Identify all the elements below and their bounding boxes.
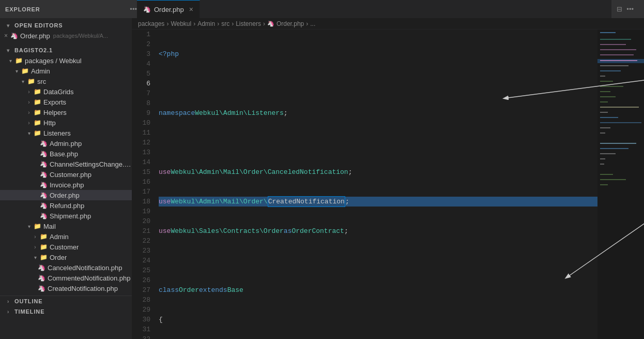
tab-file-icon: 🦄 <box>143 6 151 13</box>
bc-webkul[interactable]: Webkul <box>171 20 191 27</box>
chevron-helpers <box>25 110 33 115</box>
file-shipment-php[interactable]: 🦄 Shipment.php <box>0 211 132 221</box>
file-label-invoice: Invoice.php <box>50 181 84 189</box>
folder-admin[interactable]: 📁 Admin <box>0 66 132 76</box>
file-label-created: CreatedNotification.php <box>48 285 118 292</box>
bc-admin[interactable]: Admin <box>197 20 215 27</box>
active-tab[interactable]: 🦄 Order.php × <box>137 0 200 18</box>
file-refund-php[interactable]: 🦄 Refund.php <box>0 200 132 211</box>
line-num-28: 28 <box>132 295 150 305</box>
code-container[interactable]: 1 2 3 4 5 6 7 8 9 10 11 12 13 14 15 16 1 <box>132 30 597 339</box>
outline-header[interactable]: OUTLINE <box>0 296 132 306</box>
more-actions-icon[interactable]: ••• <box>626 5 634 13</box>
php-icon-base: 🦄 <box>39 150 48 158</box>
timeline-label: TIMELINE <box>14 308 44 315</box>
svg-rect-14 <box>600 96 616 97</box>
bc-listeners[interactable]: Listeners <box>236 20 261 27</box>
svg-rect-28 <box>600 179 626 180</box>
line-num-3: 3 <box>132 49 150 59</box>
file-tree-section: BAGISTO2.1 📁 packages / Webkul 📁 Admin 📁… <box>0 43 132 296</box>
line-num-1: 1 <box>132 30 150 39</box>
folder-listeners[interactable]: 📁 Listeners <box>0 128 132 138</box>
bc-order-php[interactable]: Order.php <box>277 20 304 27</box>
open-editors-header[interactable]: OPEN EDITORS <box>0 20 132 31</box>
file-order-php[interactable]: 🦄 Order.php <box>0 190 132 200</box>
chevron-mail <box>25 224 33 229</box>
file-customer-php[interactable]: 🦄 Customer.php <box>0 169 132 180</box>
bc-src[interactable]: src <box>221 20 229 27</box>
code-line-7: use Webkul\Sales\Contracts\Order as Orde… <box>159 226 597 236</box>
bc-ellipsis[interactable]: ... <box>310 20 315 27</box>
folder-src[interactable]: 📁 src <box>0 76 132 86</box>
svg-rect-19 <box>600 122 641 123</box>
folder-exports[interactable]: 📁 Exports <box>0 97 132 107</box>
folder-mail-admin[interactable]: 📁 Admin <box>0 231 132 242</box>
tab-label: Order.php <box>154 6 184 13</box>
split-editor-icon[interactable]: ⊟ <box>617 5 622 13</box>
code-line-5: use Webkul\Admin\Mail\Order\CanceledNoti… <box>159 167 597 177</box>
code-wrapper: 1 2 3 4 5 6 7 8 9 10 11 12 13 14 15 16 1 <box>132 30 644 339</box>
php-icon-invoice: 🦄 <box>39 181 48 189</box>
code-line-9: class Order extends Base <box>159 285 597 295</box>
file-invoice-php[interactable]: 🦄 Invoice.php <box>0 180 132 190</box>
svg-rect-24 <box>600 153 616 154</box>
file-label-base: Base.php <box>50 150 78 158</box>
file-commented-notification[interactable]: 🦄 CommentedNotification.php <box>0 273 132 283</box>
chevron-mail-customer <box>31 244 39 250</box>
line-num-21: 21 <box>132 226 150 236</box>
folder-mail[interactable]: 📁 Mail <box>0 221 132 231</box>
svg-rect-12 <box>600 86 623 87</box>
file-channelsettings-php[interactable]: 🦄 ChannelSettingsChange.php <box>0 159 132 169</box>
svg-rect-25 <box>600 158 605 159</box>
folder-icon-mail: 📁 <box>33 222 41 230</box>
folder-mail-order[interactable]: 📁 Order <box>0 252 132 262</box>
folder-icon-admin: 📁 <box>21 67 29 75</box>
open-editors-chevron <box>4 23 12 28</box>
folder-mail-customer[interactable]: 📁 Customer <box>0 242 132 252</box>
code-line-4 <box>159 138 597 148</box>
line-num-29: 29 <box>132 305 150 315</box>
folder-label-datagrids: DataGrids <box>43 88 74 96</box>
file-admin-php[interactable]: 🦄 Admin.php <box>0 138 132 149</box>
file-base-php[interactable]: 🦄 Base.php <box>0 149 132 159</box>
line-num-13: 13 <box>132 148 150 157</box>
timeline-header[interactable]: TIMELINE <box>0 306 132 317</box>
folder-datagrids[interactable]: 📁 DataGrids <box>0 86 132 97</box>
chevron-http <box>25 120 33 126</box>
chevron-exports <box>25 99 33 105</box>
close-icon[interactable]: × <box>4 32 8 39</box>
folder-icon-listeners: 📁 <box>33 129 41 137</box>
folder-label-http: Http <box>43 119 56 127</box>
folder-icon-packages: 📁 <box>14 56 23 65</box>
line-numbers: 1 2 3 4 5 6 7 8 9 10 11 12 13 14 15 16 1 <box>132 30 155 339</box>
open-editor-path: packages/Webkul/A... <box>53 33 108 39</box>
bc-packages[interactable]: packages <box>138 20 164 27</box>
svg-rect-17 <box>600 112 608 113</box>
tab-close-button[interactable]: × <box>189 5 193 13</box>
bagisto-root-header[interactable]: BAGISTO2.1 <box>0 45 132 55</box>
file-label-channel: ChannelSettingsChange.php <box>50 160 132 168</box>
line-num-26: 26 <box>132 275 150 285</box>
outline-section: OUTLINE TIMELINE <box>0 296 132 317</box>
bc-file-icon: 🦄 <box>267 20 274 27</box>
chevron-datagrids <box>25 89 33 95</box>
folder-label-admin: Admin <box>31 67 50 75</box>
folder-helpers[interactable]: 📁 Helpers <box>0 107 132 117</box>
chevron-mail-order <box>31 255 39 260</box>
open-editors-item[interactable]: × 🦄 Order.php packages/Webkul/A... <box>0 31 132 41</box>
folder-packages-webkul[interactable]: 📁 packages / Webkul <box>0 55 132 66</box>
file-created-notification[interactable]: 🦄 CreatedNotification.php <box>0 283 132 293</box>
code-line-2 <box>159 79 597 89</box>
php-icon-created: 🦄 <box>37 284 45 292</box>
line-num-8: 8 <box>132 98 150 108</box>
file-label-refund: Refund.php <box>50 202 84 210</box>
title-bar: EXPLORER ••• 🦄 Order.php × ⊟ ••• <box>0 0 644 18</box>
file-canceled-notification[interactable]: 🦄 CanceledNotification.php <box>0 262 132 273</box>
explorer-more-icon[interactable]: ••• <box>130 5 137 13</box>
folder-http[interactable]: 📁 Http <box>0 117 132 128</box>
root-label: BAGISTO2.1 <box>14 47 53 53</box>
open-editors-label: OPEN EDITORS <box>14 22 63 28</box>
line-num-19: 19 <box>132 207 150 216</box>
minimap-svg <box>597 30 644 330</box>
line-num-5: 5 <box>132 69 150 79</box>
